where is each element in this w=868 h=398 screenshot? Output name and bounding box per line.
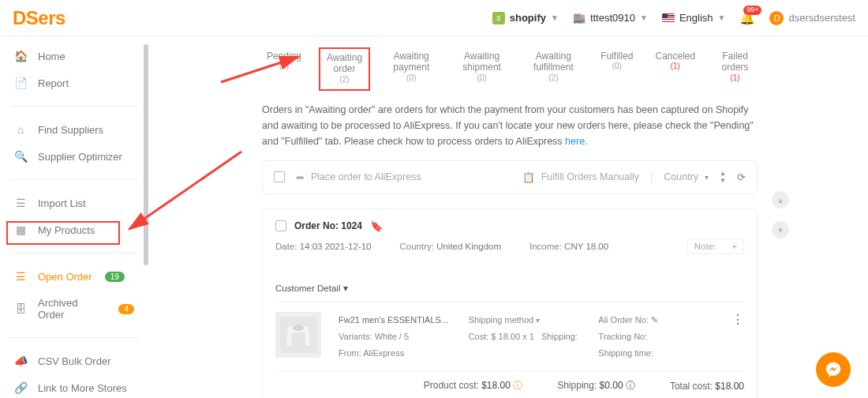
tab-label: Awaiting fulfillment	[529, 51, 578, 73]
order-number: Order No: 1024	[294, 220, 362, 231]
chevron-down-icon: ▼	[718, 13, 726, 22]
order-country: Country: United Kingdom	[400, 242, 502, 251]
sidebar-item-label: Open Order	[38, 271, 92, 283]
shopify-label: shopify	[510, 12, 546, 24]
logo[interactable]: DSers	[13, 7, 65, 29]
tab-awaiting-shipment[interactable]: Awaiting shipment(0)	[452, 47, 511, 91]
tab-pending[interactable]: Pending(0)	[262, 47, 306, 91]
tab-canceled[interactable]: Canceled(1)	[650, 47, 700, 91]
sidebar-item-report[interactable]: 📄Report	[0, 69, 148, 96]
sidebar-item-home[interactable]: 🏠Home	[0, 43, 148, 69]
order-icon: ☰	[14, 270, 27, 283]
tab-count: (1)	[655, 62, 695, 71]
sidebar-item-label: Link to More Stores	[38, 382, 127, 394]
ali-order-no[interactable]: Ali Order No: ✎	[598, 312, 719, 329]
sidebar-item-label: CSV Bulk Order	[38, 355, 110, 367]
scroll-up-button[interactable]: ▲	[772, 191, 789, 208]
tab-label: Awaiting order	[325, 52, 364, 75]
sort-stepper[interactable]: ▲▼	[720, 171, 726, 184]
customer-detail-button[interactable]: Customer Detail▾	[275, 283, 348, 294]
tab-count: (1)	[717, 73, 753, 83]
shipping-time: Shipping time:	[598, 345, 719, 362]
help-link[interactable]: here	[565, 136, 585, 147]
language-selector[interactable]: English ▼	[662, 12, 726, 24]
tab-awaiting-order[interactable]: Awaiting order(2)	[319, 47, 370, 91]
avatar: D	[769, 11, 784, 25]
sidebar-item-my-products[interactable]: ▦My Products	[0, 216, 148, 243]
user-name: dsersdserstest	[788, 12, 855, 24]
sidebar-item-csv-bulk[interactable]: 📣CSV Bulk Order	[0, 347, 148, 374]
tab-awaiting-fulfillment[interactable]: Awaiting fulfillment(2)	[524, 47, 583, 91]
sidebar-item-archived-order[interactable]: 🗄Archived Order4	[0, 290, 148, 328]
home-icon: 🏠	[14, 50, 27, 62]
chat-button[interactable]	[816, 352, 851, 387]
country-label: Country	[664, 171, 698, 182]
pencil-icon: ✎	[651, 315, 658, 325]
chevron-down-icon: ▾	[705, 173, 709, 182]
total-cost: Total cost: $18.00	[670, 381, 744, 392]
tab-label: Awaiting payment	[387, 51, 435, 73]
archive-icon: 🗄	[14, 302, 27, 315]
select-all-checkbox[interactable]	[274, 171, 285, 182]
place-order-label: Place order to AliExpress	[311, 171, 421, 182]
notifications-button[interactable]: 🔔 99+	[739, 10, 755, 25]
products-icon: ▦	[14, 223, 27, 236]
sidebar-item-label: Archived Order	[38, 297, 106, 321]
chevron-down-icon: ▼	[640, 13, 648, 22]
refresh-button[interactable]: ⟳	[737, 171, 746, 183]
country-filter[interactable]: Country▾	[664, 171, 709, 182]
fulfill-manually-button[interactable]: 📋Fulfill Orders Manually	[522, 171, 639, 183]
tab-fulfilled[interactable]: Fulfilled(0)	[596, 47, 638, 91]
order-checkbox[interactable]	[275, 220, 286, 231]
hoodie-icon	[280, 317, 316, 353]
sidebar-item-label: Report	[38, 77, 69, 89]
megaphone-icon: 📣	[14, 355, 27, 367]
tab-count: (0)	[457, 73, 506, 83]
sidebar-item-label: Supplier Optimizer	[38, 151, 122, 163]
product-cost-total: Product cost: $18.00 ⓘ	[424, 379, 522, 392]
sidebar-item-find-suppliers[interactable]: ⌂Find Suppliers	[0, 116, 148, 143]
house-icon: ⌂	[14, 123, 27, 136]
list-icon: ☰	[14, 197, 27, 209]
bookmark-button[interactable]: 🔖	[370, 220, 383, 232]
sidebar-item-link-stores[interactable]: 🔗Link to More Stores	[0, 374, 148, 398]
order-date: Date: 14:03 2021-12-10	[275, 242, 372, 251]
tab-description: Orders in "Awaiting order" are orders fo…	[262, 102, 758, 149]
tab-count: (0)	[387, 73, 435, 83]
sidebar-item-label: My Products	[38, 224, 95, 236]
tab-awaiting-payment[interactable]: Awaiting payment(0)	[383, 47, 440, 91]
chevron-up-icon: ▲	[720, 171, 726, 177]
product-cost-line: Cost: $ 18.00 x 1 Shipping:	[469, 329, 589, 345]
sidebar-item-label: Import List	[38, 197, 86, 209]
order-more-button[interactable]: ⋮	[728, 312, 744, 327]
order-tabs: Pending(0) Awaiting order(2) Awaiting pa…	[262, 47, 758, 91]
info-icon: ⓘ	[626, 380, 635, 391]
plus-icon: +	[731, 242, 737, 251]
order-note-button[interactable]: Note:+	[687, 238, 744, 254]
shipping-method-selector[interactable]: Shipping method ▾	[469, 312, 589, 329]
notif-badge: 99+	[743, 6, 761, 15]
store-selector[interactable]: 🏬 tttest0910 ▼	[573, 12, 648, 24]
warning-icon: ⓘ	[513, 380, 522, 391]
tab-count: (2)	[529, 73, 578, 83]
tracking-no: Tracking No:	[598, 329, 719, 345]
sidebar-item-import-list[interactable]: ☰Import List	[0, 190, 148, 216]
tab-label: Fulfilled	[600, 51, 633, 62]
sidebar-item-supplier-optimizer[interactable]: 🔍Supplier Optimizer	[0, 143, 148, 170]
place-order-button[interactable]: ➦Place order to AliExpress	[296, 171, 421, 183]
order-income: Income: CNY 18.00	[529, 242, 608, 251]
tab-failed-orders[interactable]: Failed orders(1)	[713, 47, 758, 91]
tab-label: Awaiting shipment	[457, 51, 506, 73]
scroll-down-button[interactable]: ▼	[772, 221, 789, 238]
tab-label: Pending	[267, 51, 301, 62]
link-icon: 🔗	[14, 381, 27, 394]
user-menu[interactable]: D dsersdserstest	[769, 11, 855, 25]
export-icon: ➦	[296, 171, 305, 183]
tab-label: Failed orders	[717, 51, 753, 73]
shipping-total: Shipping: $0.00 ⓘ	[557, 379, 635, 392]
chevron-down-icon: ▼	[551, 13, 559, 22]
shopify-selector[interactable]: s shopify ▼	[492, 12, 559, 24]
sidebar-item-open-order[interactable]: ☰Open Order19	[0, 263, 148, 290]
product-thumbnail[interactable]	[275, 312, 321, 358]
tab-count: (0)	[600, 62, 633, 71]
